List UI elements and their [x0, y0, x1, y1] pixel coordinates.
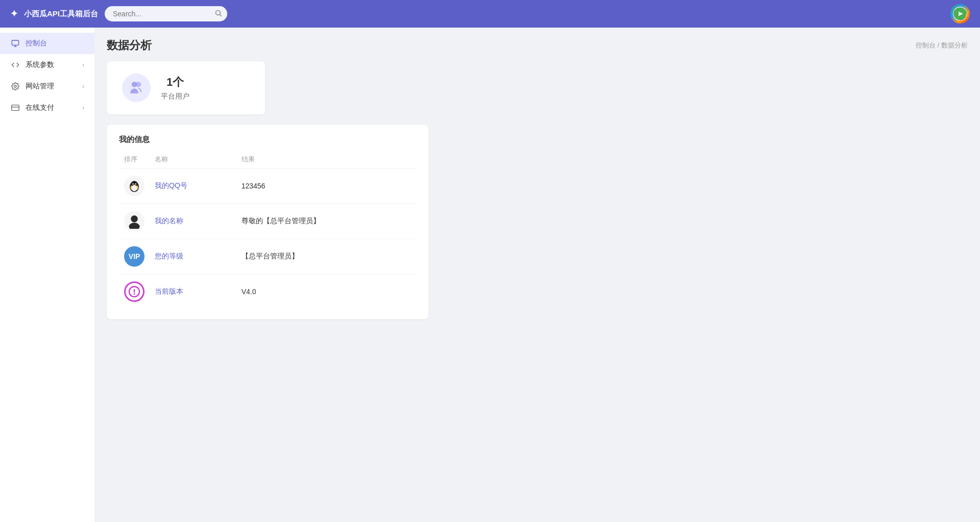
svg-point-23	[131, 216, 138, 223]
monitor-icon	[10, 39, 20, 48]
row-value-cell-qq: 123456	[236, 169, 416, 204]
svg-point-18	[135, 184, 136, 185]
search-wrapper	[105, 6, 227, 21]
row-icon-cell-qq	[119, 169, 150, 204]
chevron-right-icon-3: ›	[82, 104, 84, 111]
svg-point-0	[216, 11, 221, 15]
info-card-title: 我的信息	[119, 135, 416, 145]
row-name-cell-version: 当前版本	[150, 274, 236, 310]
col-header-rank: 排序	[119, 151, 150, 169]
search-button[interactable]	[214, 9, 222, 18]
qq-icon	[124, 176, 145, 196]
page-top-bar: 数据分析 控制台 / 数据分析	[107, 38, 968, 53]
app-title-area: ✦ 小西瓜API工具箱后台	[10, 8, 105, 19]
code-icon	[10, 61, 20, 69]
search-input[interactable]	[105, 6, 227, 21]
info-card: 我的信息 排序 名称 结果	[107, 125, 428, 319]
svg-text:VIP: VIP	[129, 252, 140, 260]
stats-number: 1个	[166, 75, 184, 90]
version-icon	[124, 281, 145, 302]
vip-icon: VIP	[124, 246, 145, 267]
sidebar-item-dashboard[interactable]: 控制台	[0, 33, 94, 54]
sidebar-item-label-dashboard: 控制台	[26, 39, 84, 48]
row-value-cell-version: V4.0	[236, 274, 416, 310]
svg-point-7	[14, 85, 16, 87]
table-row: 我的QQ号 123456	[119, 169, 416, 204]
row-value-cell-level: 【总平台管理员】	[236, 239, 416, 274]
info-table-header: 排序 名称 结果	[119, 151, 416, 169]
svg-point-22	[132, 185, 137, 192]
svg-point-24	[129, 223, 140, 229]
info-table: 排序 名称 结果	[119, 151, 416, 309]
search-area	[105, 6, 950, 21]
svg-point-28	[134, 293, 135, 295]
table-row: 我的名称 尊敬的【总平台管理员】	[119, 204, 416, 239]
row-icon-cell-version	[119, 274, 150, 310]
col-header-name: 名称	[150, 151, 236, 169]
app-header: ✦ 小西瓜API工具箱后台	[0, 0, 980, 28]
table-row: VIP 您的等级 【总平台管理员】	[119, 239, 416, 274]
qq-link[interactable]: 我的QQ号	[155, 181, 187, 189]
main-layout: 控制台 系统参数 › 网站管理 ›	[0, 28, 980, 522]
user-silhouette-icon	[124, 211, 145, 231]
app-title: 小西瓜API工具箱后台	[24, 9, 98, 19]
sidebar-item-payment[interactable]: 在线支付 ›	[0, 97, 94, 118]
sidebar-item-label-payment: 在线支付	[26, 103, 77, 112]
row-name-cell-level: 您的等级	[150, 239, 236, 274]
row-name-cell-name: 我的名称	[150, 204, 236, 239]
breadcrumb-separator: /	[938, 41, 941, 49]
stats-icon-area	[122, 74, 151, 102]
version-link[interactable]: 当前版本	[155, 287, 183, 295]
svg-point-17	[133, 184, 134, 185]
settings-icon	[10, 82, 20, 90]
table-row: 当前版本 V4.0	[119, 274, 416, 310]
svg-point-11	[136, 82, 141, 87]
chevron-right-icon-2: ›	[82, 83, 84, 90]
sidebar-item-label-website-mgmt: 网站管理	[26, 82, 77, 91]
app-logo-icon: ✦	[10, 8, 18, 19]
user-avatar[interactable]	[950, 4, 970, 23]
row-icon-cell-vip: VIP	[119, 239, 150, 274]
sidebar: 控制台 系统参数 › 网站管理 ›	[0, 28, 94, 522]
row-name-cell-qq: 我的QQ号	[150, 169, 236, 204]
sidebar-item-label-system-params: 系统参数	[26, 60, 77, 69]
name-link[interactable]: 我的名称	[155, 217, 183, 225]
sidebar-item-website-mgmt[interactable]: 网站管理 ›	[0, 76, 94, 97]
svg-rect-4	[12, 40, 18, 45]
row-value-cell-name: 尊敬的【总平台管理员】	[236, 204, 416, 239]
stats-label: 平台用户	[161, 92, 189, 101]
svg-rect-8	[12, 105, 19, 111]
svg-line-1	[220, 14, 221, 16]
payment-icon	[10, 104, 20, 112]
page-title: 数据分析	[107, 38, 152, 53]
info-table-body: 我的QQ号 123456	[119, 169, 416, 310]
breadcrumb-part-2: 数据分析	[941, 41, 968, 49]
col-header-result: 结果	[236, 151, 416, 169]
stats-card: 1个 平台用户	[107, 61, 265, 114]
sidebar-item-system-params[interactable]: 系统参数 ›	[0, 54, 94, 76]
chevron-right-icon-1: ›	[82, 61, 84, 68]
row-icon-cell-user	[119, 204, 150, 239]
main-content: 数据分析 控制台 / 数据分析 1个 平台用户	[94, 28, 980, 522]
stats-text: 1个 平台用户	[161, 75, 189, 101]
breadcrumb: 控制台 / 数据分析	[916, 41, 968, 50]
level-link[interactable]: 您的等级	[155, 252, 183, 260]
breadcrumb-part-1: 控制台	[916, 41, 936, 49]
